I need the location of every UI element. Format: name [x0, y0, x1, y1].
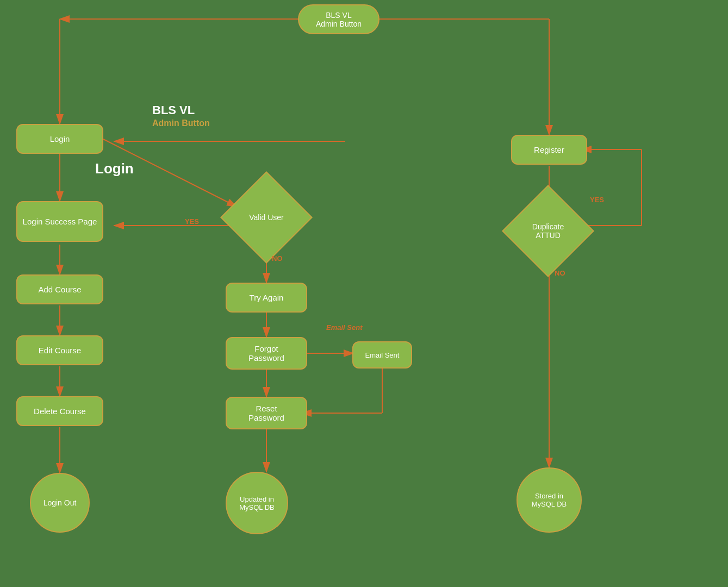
- login-node: Login: [16, 124, 103, 154]
- email-sent-floating-label: Email Sent: [326, 323, 362, 332]
- stored-mysql-node: Stored inMySQL DB: [517, 467, 582, 533]
- bls-vl-title: BLS VL: [152, 103, 195, 117]
- admin-button-subtitle: Admin Button: [152, 118, 210, 128]
- reset-password-node: ResetPassword: [226, 397, 307, 429]
- no-label-down: NO: [272, 254, 283, 263]
- yes-label-left: YES: [185, 217, 199, 226]
- flowchart: BLS VLAdmin Button BLS VL Admin Button L…: [0, 0, 728, 587]
- add-course-node: Add Course: [16, 274, 103, 304]
- email-sent-node: Email Sent: [352, 341, 412, 369]
- valid-user-diamond: Valid User: [220, 171, 313, 264]
- yes-label-right: YES: [590, 196, 604, 204]
- no-label-right-down: NO: [555, 269, 565, 277]
- register-node: Register: [511, 135, 587, 165]
- updated-mysql-node: Updated inMySQL DB: [226, 472, 288, 534]
- arrows-svg: [0, 0, 728, 587]
- logout-node: Login Out: [30, 473, 90, 533]
- delete-course-node: Delete Course: [16, 396, 103, 426]
- bls-vl-admin-button-top: BLS VLAdmin Button: [298, 4, 379, 34]
- login-success-node: Login Success Page: [16, 201, 103, 242]
- edit-course-node: Edit Course: [16, 335, 103, 365]
- try-again-node: Try Again: [226, 283, 307, 313]
- forgot-password-node: ForgotPassword: [226, 337, 307, 370]
- duplicate-attud-diamond: DuplicateATTUD: [502, 185, 594, 277]
- login-label: Login: [95, 160, 134, 177]
